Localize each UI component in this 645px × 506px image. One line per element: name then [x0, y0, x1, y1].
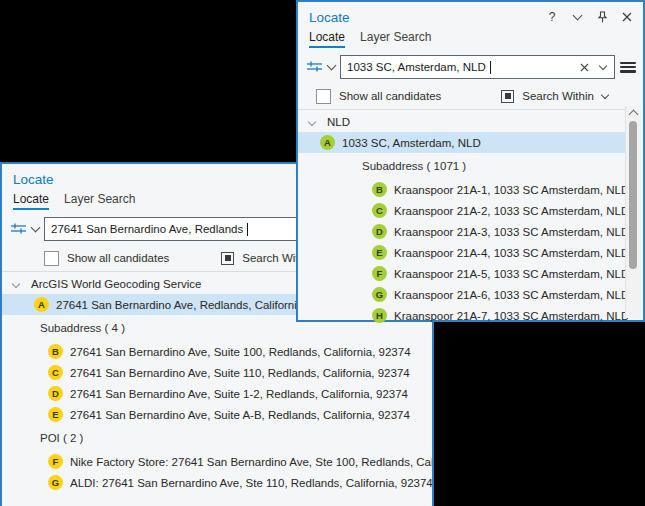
show-all-candidates-checkbox[interactable] — [44, 251, 59, 266]
candidate-label: ALDI: 27641 San Bernardino Ave, Ste 110,… — [70, 477, 432, 489]
candidate-badge: G — [48, 475, 63, 490]
candidate-badge: F — [372, 266, 387, 281]
search-within-control[interactable]: Search Within — [501, 90, 608, 103]
candidate-label: Nike Factory Store: 27641 San Bernardino… — [70, 456, 432, 468]
locate-settings-icon[interactable] — [10, 222, 27, 236]
candidate-label: Kraanspoor 21A-2, 1033 SC Amsterdam, NLD — [394, 205, 628, 217]
candidate-badge: D — [48, 386, 63, 401]
result-group-row[interactable]: NLD — [298, 112, 628, 132]
candidate-label: Kraanspoor 21A-7, 1033 SC Amsterdam, NLD — [394, 310, 628, 322]
result-row[interactable]: D 27641 San Bernardino Ave, Suite 1-2, R… — [2, 383, 432, 404]
pane-menu-chevron-icon[interactable] — [571, 11, 583, 23]
result-row[interactable]: E 27641 San Bernardino Ave, Suite A-B, R… — [2, 404, 432, 425]
search-history-chevron-icon[interactable] — [599, 61, 607, 69]
clear-search-icon[interactable] — [580, 63, 589, 72]
pin-icon[interactable] — [596, 11, 608, 23]
category-label: Subaddress ( 4 ) — [40, 322, 125, 334]
candidate-label: Kraanspoor 21A-4, 1033 SC Amsterdam, NLD — [394, 247, 628, 259]
show-all-candidates-label: Show all candidates — [339, 90, 441, 102]
candidate-badge: D — [372, 224, 387, 239]
result-row[interactable]: C Kraanspoor 21A-2, 1033 SC Amsterdam, N… — [298, 200, 628, 221]
search-within-icon — [221, 252, 234, 265]
result-row[interactable]: H Kraanspoor 21A-7, 1033 SC Amsterdam, N… — [298, 305, 628, 326]
candidate-label: Kraanspoor 21A-1, 1033 SC Amsterdam, NLD — [394, 184, 628, 196]
candidate-badge: F — [48, 454, 63, 469]
result-row[interactable]: F Nike Factory Store: 27641 San Bernardi… — [2, 451, 432, 472]
search-input-value: 1033 SC, Amsterdam, NLD — [347, 61, 486, 73]
result-row[interactable]: B Kraanspoor 21A-1, 1033 SC Amsterdam, N… — [298, 179, 628, 200]
candidate-badge: A — [320, 135, 335, 150]
candidate-badge: C — [48, 365, 63, 380]
group-label: ArcGIS World Geocoding Service — [31, 278, 201, 290]
search-within-label: Search Within — [522, 90, 594, 102]
category-header-row: Subaddress ( 1071 ) — [298, 153, 628, 179]
candidate-label: 27641 San Bernardino Ave, Suite 100, Red… — [70, 346, 411, 358]
settings-dropdown-chevron-icon[interactable] — [31, 223, 41, 233]
group-label: NLD — [327, 116, 350, 128]
candidate-label: 27641 San Bernardino Ave, Suite A-B, Red… — [70, 409, 410, 421]
scrollbar-thumb[interactable] — [629, 121, 637, 269]
menu-icon[interactable] — [620, 62, 636, 73]
candidate-label: Kraanspoor 21A-6, 1033 SC Amsterdam, NLD — [394, 289, 628, 301]
candidate-badge: H — [372, 308, 387, 323]
pane-title: Locate — [309, 10, 546, 25]
search-input[interactable]: 1033 SC, Amsterdam, NLD — [340, 55, 615, 79]
candidate-label: Kraanspoor 21A-3, 1033 SC Amsterdam, NLD — [394, 226, 628, 238]
result-row[interactable]: B 27641 San Bernardino Ave, Suite 100, R… — [2, 341, 432, 362]
candidate-badge: G — [372, 287, 387, 302]
close-icon[interactable] — [621, 11, 633, 23]
candidate-badge: E — [48, 407, 63, 422]
candidate-badge: C — [372, 203, 387, 218]
locate-settings-icon[interactable] — [306, 60, 323, 74]
search-input-value: 27641 San Bernardino Ave, Redlands — [51, 223, 243, 235]
collapse-chevron-icon[interactable] — [12, 280, 20, 288]
candidate-label: 27641 San Bernardino Ave, Suite 1-2, Red… — [70, 388, 408, 400]
result-row[interactable]: D Kraanspoor 21A-3, 1033 SC Amsterdam, N… — [298, 221, 628, 242]
pane-titlebar: Locate ? — [298, 2, 643, 30]
candidate-label: 27641 San Bernardino Ave, Suite 110, Red… — [70, 367, 410, 379]
candidate-badge: E — [372, 245, 387, 260]
search-row: 1033 SC, Amsterdam, NLD — [298, 51, 643, 83]
tab-layer-search[interactable]: Layer Search — [360, 30, 431, 46]
show-all-candidates-label: Show all candidates — [67, 252, 169, 264]
text-caret — [247, 223, 248, 236]
tab-locate[interactable]: Locate — [13, 192, 49, 210]
candidate-label: Kraanspoor 21A-5, 1033 SC Amsterdam, NLD — [394, 268, 628, 280]
result-row[interactable]: G ALDI: 27641 San Bernardino Ave, Ste 11… — [2, 472, 432, 493]
candidate-badge: B — [372, 182, 387, 197]
category-label: Subaddress ( 1071 ) — [362, 160, 466, 172]
result-row[interactable]: A 1033 SC, Amsterdam, NLD — [298, 132, 628, 153]
tab-layer-search[interactable]: Layer Search — [64, 192, 135, 208]
tab-locate[interactable]: Locate — [309, 30, 345, 48]
help-icon[interactable]: ? — [546, 11, 558, 23]
text-caret — [490, 61, 491, 74]
result-row[interactable]: C 27641 San Bernardino Ave, Suite 110, R… — [2, 362, 432, 383]
candidate-badge: B — [48, 344, 63, 359]
result-row[interactable]: G Kraanspoor 21A-6, 1033 SC Amsterdam, N… — [298, 284, 628, 305]
collapse-chevron-icon[interactable] — [308, 118, 316, 126]
category-label: POI ( 2 ) — [40, 432, 83, 444]
candidate-label: 1033 SC, Amsterdam, NLD — [342, 137, 481, 149]
tab-bar: Locate Layer Search — [298, 30, 643, 51]
scrollbar[interactable] — [625, 106, 641, 318]
scroll-up-icon[interactable] — [629, 110, 639, 120]
result-row[interactable]: E Kraanspoor 21A-4, 1033 SC Amsterdam, N… — [298, 242, 628, 263]
candidate-badge: A — [34, 297, 49, 312]
search-within-icon — [501, 90, 514, 103]
search-within-chevron-icon — [601, 90, 609, 98]
show-all-candidates-checkbox[interactable] — [316, 89, 331, 104]
results-tree: NLD A 1033 SC, Amsterdam, NLD Subaddress… — [298, 109, 628, 326]
result-row[interactable]: F Kraanspoor 21A-5, 1033 SC Amsterdam, N… — [298, 263, 628, 284]
options-row: Show all candidates Search Within — [298, 83, 643, 109]
locate-pane-amsterdam: Locate ? Locate Layer Search — [296, 0, 645, 322]
category-header-row: POI ( 2 ) — [2, 425, 432, 451]
settings-dropdown-chevron-icon[interactable] — [327, 61, 337, 71]
